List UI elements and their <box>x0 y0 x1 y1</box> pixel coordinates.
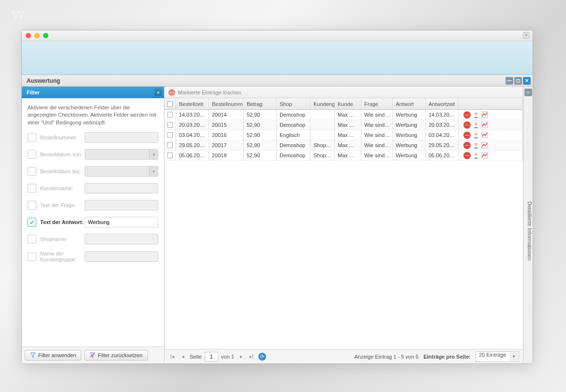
svg-line-9 <box>18 13 20 16</box>
reset-filter-label: Filter zurücksetzen <box>98 352 142 358</box>
col-bestellzeit[interactable]: Bestellzeit <box>176 98 209 109</box>
pager-display: Anzeige Eintrag 1 - 5 von 5 <box>355 354 419 360</box>
date-dropdown-icon[interactable]: ▾ <box>149 150 158 159</box>
svg-line-6 <box>19 12 22 13</box>
panel-title: Auswertung <box>27 77 60 84</box>
delete-row-button[interactable]: — <box>463 152 471 159</box>
kundengruppe-input[interactable] <box>85 251 158 262</box>
text-antwort-input[interactable] <box>85 217 158 227</box>
kundengruppe-label: Name der Kundengruppe: <box>40 251 85 262</box>
grid-body: 14.03.20…2001452,90DemoshopMax …Wie sind… <box>164 110 523 349</box>
row-checkbox[interactable] <box>167 132 173 138</box>
delete-row-button[interactable]: — <box>463 121 471 129</box>
minimize-window-button[interactable] <box>34 33 40 38</box>
cell: 20015 <box>209 120 244 130</box>
bestellnummer-checkbox[interactable] <box>28 133 36 142</box>
apply-filter-button[interactable]: Filter anwenden <box>25 350 81 361</box>
cell: Werbung <box>393 151 426 160</box>
text-frage-checkbox[interactable] <box>28 201 36 210</box>
cell: 52,90 <box>244 151 277 160</box>
chart-icon[interactable] <box>481 121 488 129</box>
delete-row-button[interactable]: — <box>463 142 471 149</box>
cell: 05.06.20… <box>426 151 459 160</box>
delete-marked-button[interactable]: Markierte Einträge löschen <box>178 90 241 95</box>
table-row[interactable]: 20.03.20…2001552,90DemoshopMax …Wie sind… <box>164 120 523 130</box>
col-kundengruppe[interactable]: Kundeng <box>311 98 335 109</box>
chart-icon[interactable] <box>481 142 488 149</box>
kundengruppe-checkbox[interactable] <box>28 252 36 261</box>
per-page-select[interactable]: 20 Einträge ▾ <box>476 351 519 362</box>
collapse-filter-button[interactable]: « <box>154 89 162 96</box>
bestelldatum-bis-checkbox[interactable] <box>28 167 36 176</box>
cell: 20.03.20… <box>426 120 459 130</box>
cell: 20016 <box>209 130 244 140</box>
date-dropdown-icon[interactable]: ▾ <box>149 166 158 176</box>
col-kunde[interactable]: Kunde <box>335 98 361 109</box>
close-window-button[interactable] <box>26 33 31 38</box>
bestelldatum-von-label: Bestelldatum von: <box>40 151 85 157</box>
next-page-button[interactable]: ▸ <box>237 353 245 361</box>
bestellnummer-input[interactable] <box>85 132 158 143</box>
shopname-checkbox[interactable] <box>28 235 36 243</box>
first-page-button[interactable]: |◂ <box>168 353 176 361</box>
table-row[interactable]: 29.05.20…2001752,90DemoshopShop…Max …Wie… <box>164 140 523 151</box>
bestelldatum-von-input[interactable] <box>85 149 158 160</box>
svg-line-5 <box>14 12 17 13</box>
svg-point-1 <box>17 11 19 13</box>
cell: 03.04.20… <box>426 130 459 140</box>
panel-close-button[interactable]: ✕ <box>523 77 531 85</box>
dropdown-icon: ▾ <box>509 352 518 361</box>
col-bestellnummer[interactable]: Bestellnumm <box>209 98 244 109</box>
cell: Max … <box>335 151 361 160</box>
cell: Werbung <box>393 140 426 150</box>
chart-icon[interactable] <box>481 132 488 139</box>
table-row[interactable]: 03.04.20…2001652,90EnglischMax …Wie sind… <box>164 130 523 140</box>
kundenname-checkbox[interactable] <box>28 184 36 193</box>
chart-icon[interactable] <box>481 111 488 119</box>
last-page-button[interactable]: ▸| <box>248 353 255 361</box>
chart-icon[interactable] <box>481 152 488 159</box>
panel-minimize-button[interactable]: — <box>506 77 513 85</box>
refresh-button[interactable]: ⟳ <box>258 353 266 361</box>
cell: Demoshop <box>277 120 311 130</box>
user-icon[interactable] <box>472 111 479 119</box>
panel-maximize-button[interactable]: ◻ <box>514 77 522 85</box>
select-all-checkbox[interactable] <box>167 101 173 107</box>
prev-page-button[interactable]: ◂ <box>179 353 187 361</box>
text-antwort-checkbox[interactable] <box>28 218 36 226</box>
per-page-label: Einträge pro Seite: <box>423 354 471 360</box>
row-checkbox[interactable] <box>167 122 173 128</box>
shopname-input[interactable] <box>85 234 158 244</box>
cell: Max … <box>335 120 361 130</box>
row-checkbox[interactable] <box>167 152 173 158</box>
delete-row-button[interactable]: — <box>463 111 471 119</box>
expand-detail-button[interactable]: « <box>524 89 532 96</box>
cell: 52,90 <box>244 110 277 120</box>
user-icon[interactable] <box>472 152 479 159</box>
table-row[interactable]: 05.06.20…2001852,90DemoshopShop…Max …Wie… <box>164 151 523 161</box>
user-icon[interactable] <box>472 132 479 139</box>
col-frage[interactable]: Frage <box>361 98 393 109</box>
table-row[interactable]: 14.03.20…2001452,90DemoshopMax …Wie sind… <box>164 110 523 120</box>
zoom-window-button[interactable] <box>43 33 48 38</box>
text-frage-input[interactable] <box>85 200 158 211</box>
user-icon[interactable] <box>472 142 479 149</box>
main-toolbar <box>22 41 533 75</box>
row-checkbox[interactable] <box>167 142 173 148</box>
kundenname-input[interactable] <box>85 183 158 194</box>
page-input[interactable] <box>205 352 218 362</box>
col-antwortzeit[interactable]: Antwortzeit <box>426 98 459 109</box>
col-antwort[interactable]: Antwort <box>393 98 426 109</box>
bestelldatum-bis-input[interactable] <box>85 166 158 177</box>
bestelldatum-von-checkbox[interactable] <box>28 150 36 159</box>
reset-filter-button[interactable]: Filter zurücksetzen <box>84 350 148 361</box>
new-tab-button[interactable]: + <box>523 32 530 39</box>
col-betrag[interactable]: Betrag <box>244 98 277 109</box>
cell: Englisch <box>277 130 311 140</box>
row-checkbox[interactable] <box>167 112 173 118</box>
user-icon[interactable] <box>472 121 479 129</box>
filter-title: Filter <box>27 90 40 95</box>
cell: 29.05.20… <box>426 140 459 150</box>
delete-row-button[interactable]: — <box>463 132 471 139</box>
col-shop[interactable]: Shop <box>277 98 311 109</box>
